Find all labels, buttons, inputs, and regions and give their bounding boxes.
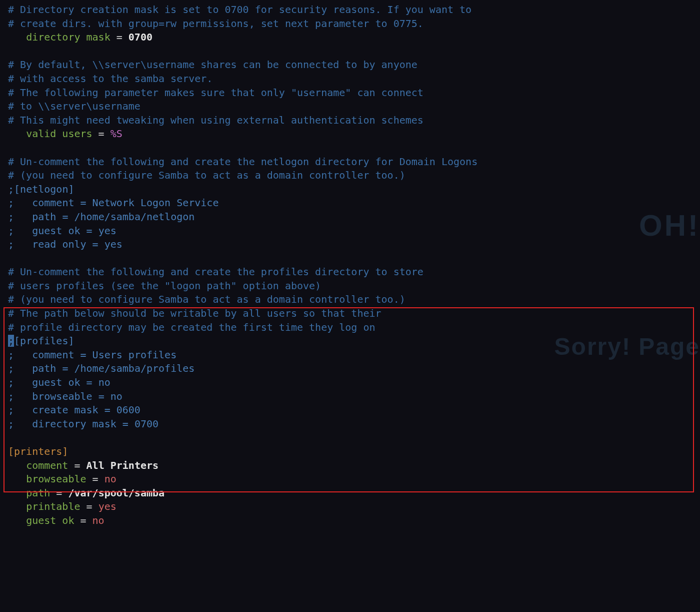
equals: =	[68, 459, 86, 471]
disabled-key: guest ok	[32, 376, 80, 388]
equals: =	[80, 500, 98, 512]
value-directory-mask: 0700	[128, 31, 152, 43]
value-printable: yes	[98, 500, 116, 512]
disabled-key: read only	[32, 238, 86, 250]
disabled-key: directory mask	[32, 418, 116, 430]
profiles-section-disabled: [profiles]	[14, 335, 74, 347]
equals: =	[74, 197, 92, 209]
value-valid-users: %S	[110, 128, 122, 140]
equals: =	[86, 238, 104, 250]
semicolon: ;	[8, 349, 32, 361]
text-cursor: ;	[8, 335, 14, 347]
semicolon: ;	[8, 225, 32, 237]
disabled-value: Users profiles	[92, 349, 177, 361]
semicolon: ;	[8, 238, 32, 250]
equals: =	[80, 376, 98, 388]
comment-line: # The path below should be writable by a…	[8, 307, 382, 319]
disabled-value: no	[98, 376, 110, 388]
equals: =	[92, 390, 110, 402]
value-comment: All Printers	[86, 459, 159, 471]
comment-line: # (you need to configure Samba to act as…	[8, 169, 406, 181]
semicolon: ;	[8, 183, 14, 195]
equals: =	[80, 225, 98, 237]
comment-line: # Un-comment the following and create th…	[8, 156, 478, 168]
key-browseable: browseable	[26, 473, 86, 485]
comment-line: # This might need tweaking when using ex…	[8, 114, 424, 126]
comment-line: # to \\server\username	[8, 100, 140, 112]
key-directory-mask: directory mask	[26, 31, 110, 43]
equals: =	[116, 418, 134, 430]
watermark-sorry: Sorry! Page	[554, 330, 700, 363]
comment-line: # By default, \\server\username shares c…	[8, 59, 418, 71]
equals: =	[56, 211, 74, 223]
semicolon: ;	[8, 211, 32, 223]
value-guest-ok: no	[92, 514, 104, 526]
comment-line: # users profiles (see the "logon path" o…	[8, 280, 321, 292]
disabled-value: 0700	[134, 418, 158, 430]
equals: =	[74, 514, 92, 526]
disabled-value: no	[110, 390, 122, 402]
disabled-value: Network Logon Service	[92, 197, 219, 209]
disabled-key: create mask	[32, 404, 98, 416]
key-comment: comment	[26, 459, 68, 471]
disabled-key: comment	[32, 349, 74, 361]
semicolon: ;	[8, 362, 32, 374]
equals: =	[50, 487, 68, 499]
comment-line: # profile directory may be created the f…	[8, 321, 376, 333]
semicolon: ;	[8, 404, 32, 416]
equals: =	[98, 404, 116, 416]
equals: =	[74, 349, 92, 361]
semicolon: ;	[8, 418, 32, 430]
key-path: path	[26, 487, 50, 499]
key-guest-ok: guest ok	[26, 514, 74, 526]
disabled-key: guest ok	[32, 225, 80, 237]
comment-line: # with access to the samba server.	[8, 73, 212, 85]
disabled-key: path	[32, 211, 56, 223]
semicolon: ;	[8, 390, 32, 402]
key-printable: printable	[26, 500, 80, 512]
printers-section: [printers]	[8, 445, 68, 457]
equals: =	[56, 362, 74, 374]
watermark-oh: OH!	[639, 205, 700, 247]
semicolon: ;	[8, 197, 32, 209]
value-path: /var/spool/samba	[68, 487, 164, 499]
netlogon-section-disabled: [netlogon]	[14, 183, 74, 195]
semicolon: ;	[8, 376, 32, 388]
disabled-value: 0600	[116, 404, 140, 416]
equals: =	[86, 473, 104, 485]
key-valid-users: valid users	[26, 128, 92, 140]
disabled-key: comment	[32, 197, 74, 209]
comment-line: # The following parameter makes sure tha…	[8, 87, 424, 99]
disabled-key: path	[32, 362, 56, 374]
comment-line: # Un-comment the following and create th…	[8, 266, 424, 278]
disabled-value: yes	[98, 225, 116, 237]
equals: =	[92, 128, 110, 140]
value-browseable: no	[104, 473, 116, 485]
comment-line: # Directory creation mask is set to 0700…	[8, 4, 472, 16]
disabled-key: browseable	[32, 390, 92, 402]
comment-line: # (you need to configure Samba to act as…	[8, 293, 406, 305]
disabled-value: yes	[104, 238, 122, 250]
disabled-value: /home/samba/profiles	[74, 362, 194, 374]
disabled-value: /home/samba/netlogon	[74, 211, 194, 223]
editor-content[interactable]: OH!Sorry! Page# Directory creation mask …	[0, 0, 700, 533]
equals: =	[110, 31, 128, 43]
comment-line: # create dirs. with group=rw permissions…	[8, 18, 424, 30]
